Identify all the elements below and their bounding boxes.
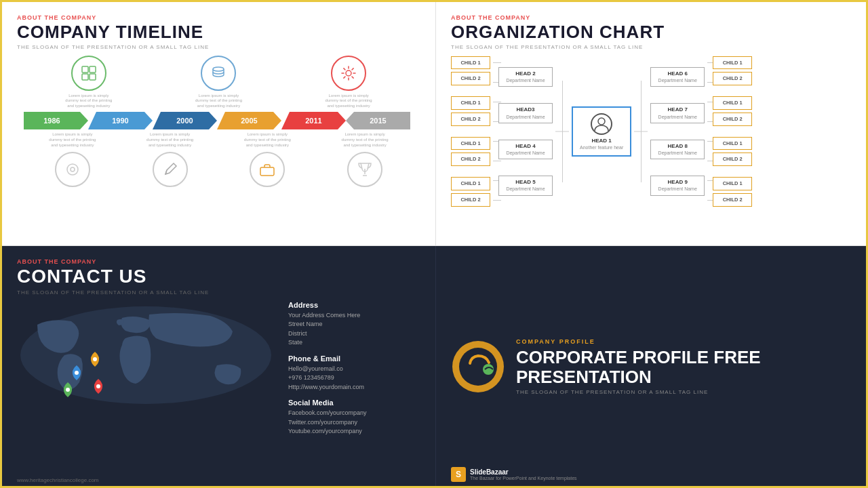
org-rchild-3-1: CHILD 1 [713, 137, 752, 150]
org-rchild-2-2: CHILD 2 [713, 113, 752, 126]
contact-title: CONTACT US [17, 266, 420, 287]
org-center: HEAD 1 Another feature hear [572, 106, 631, 157]
corp-title: CORPORATE PROFILE FREE PRESENTATION [516, 348, 801, 386]
org-head1-name: HEAD 1 [591, 138, 611, 144]
timeline-icon-bottom-2: Lorem ipsum is simply dummy text of the … [143, 132, 197, 190]
panel-org: ABOUT THE COMPANY ORGANIZATION CHART THE… [436, 2, 868, 246]
year-1990: 1990 [88, 112, 153, 129]
svg-point-18 [96, 384, 100, 388]
org-title: ORGANIZATION CHART [451, 22, 855, 42]
social-lines: Facebook.com/yourcompanyTwitter.com/your… [288, 409, 420, 436]
timeline-icons-top: Lorem ipsum is simply dummy text of the … [17, 56, 420, 109]
year-2015: 2015 [346, 112, 410, 129]
icon-circle-bottom-1 [55, 152, 90, 187]
org-rchild-1-2: CHILD 2 [713, 72, 752, 85]
timeline-tagline: THE SLOGAN OF THE PRESENTATION OR A SMAL… [17, 44, 420, 50]
icon-pencil [153, 152, 188, 187]
year-2000: 2000 [153, 112, 217, 129]
org-head-6: HEAD 6 Department Name [650, 67, 705, 87]
contact-address-section: Address Your Address Comes HereStreet Na… [288, 301, 420, 348]
org-child-2-1: CHILD 1 [451, 96, 490, 110]
org-head-5: HEAD 5 Department Name [498, 176, 553, 195]
corp-logo-icon [451, 340, 505, 394]
org-head-4: HEAD 4 Department Name [498, 140, 553, 159]
org-head-8: HEAD 8 Department Name [650, 140, 705, 159]
org-rchild-4-1: CHILD 1 [713, 177, 752, 190]
timeline-icon-2: Lorem ipsum is simply dummy text of the … [191, 56, 245, 109]
timeline-icon-bottom-1: Lorem ipsum is simply dummy text of the … [45, 132, 100, 190]
address-lines: Your Address Comes HereStreet NameDistri… [288, 311, 420, 348]
org-head1-desc: Another feature hear [580, 145, 623, 150]
timeline-icons-bottom: Lorem ipsum is simply dummy text of the … [17, 132, 420, 190]
svg-point-9 [598, 118, 605, 125]
slidebazaar-name: SlideBazaar [470, 468, 577, 476]
org-child-4-2: CHILD 2 [451, 193, 490, 207]
svg-point-12 [75, 371, 79, 375]
org-about: ABOUT THE COMPANY [451, 14, 855, 21]
org-child-2-2: CHILD 2 [451, 113, 490, 126]
svg-point-16 [66, 388, 70, 392]
org-head-9: HEAD 9 Department Name [650, 176, 705, 195]
org-rchild-2-1: CHILD 1 [713, 96, 752, 110]
slidebazaar-logo: S [451, 467, 466, 482]
org-rchild-1-1: CHILD 1 [713, 56, 752, 70]
org-child-4-1: CHILD 1 [451, 177, 490, 190]
svg-point-7 [71, 167, 75, 171]
timeline-icon-bottom-4: Lorem ipsum is simply dummy text of the … [338, 132, 392, 190]
corp-tagline: THE SLOGAN OF THE PRESENTATION OR A SMAL… [516, 389, 801, 395]
org-child-1-1: CHILD 1 [451, 56, 490, 70]
org-left-heads-col: HEAD 2 Department Name HEAD3 Department … [498, 67, 553, 196]
contact-phone-section: Phone & Email Hello@youremail.co+976 123… [288, 354, 420, 392]
website-footer: www.heritagechristiancollege.com [17, 477, 99, 483]
svg-rect-8 [260, 167, 274, 176]
timeline-bar: 1986 1990 2000 2005 2011 2015 [24, 112, 414, 129]
svg-rect-2 [82, 74, 88, 80]
org-chart-area: CHILD 1 CHILD 2 CHILD 1 CHILD 2 CHILD 1 … [451, 56, 855, 207]
panel-corp: COMPANY PROFILE CORPORATE PROFILE FREE P… [436, 246, 868, 488]
icon-desc-1: Lorem ipsum is simply dummy text of the … [62, 94, 116, 109]
panel-timeline: ABOUT THE COMPANY COMPANY TIMELINE THE S… [2, 2, 436, 246]
panel-contact: ABOUT THE COMPANY CONTACT US THE SLOGAN … [2, 246, 436, 488]
slidebazaar-footer: S SlideBazaar The Bazaar for PowerPoint … [451, 467, 577, 482]
org-head-3: HEAD3 Department Name [498, 103, 553, 123]
icon-bottom-desc-4: Lorem ipsum is simply dummy text of the … [338, 132, 392, 148]
social-title: Social Media [288, 399, 420, 407]
contact-content: Address Your Address Comes HereStreet Na… [17, 301, 420, 443]
slidebazaar-sub: The Bazaar for PowerPoint and Keynote te… [470, 476, 577, 481]
contact-tagline: THE SLOGAN OF THE PRESENTATION OR A SMAL… [17, 289, 420, 296]
org-child-1-2: CHILD 2 [451, 72, 490, 85]
contact-social-section: Social Media Facebook.com/yourcompanyTwi… [288, 399, 420, 436]
timeline-icon-bottom-3: Lorem ipsum is simply dummy text of the … [240, 132, 294, 190]
icon-briefcase [250, 152, 285, 187]
year-1986: 1986 [24, 112, 88, 129]
phone-lines: Hello@youremail.co+976 123456789Http://w… [288, 365, 420, 392]
svg-rect-1 [90, 66, 96, 73]
org-child-3-2: CHILD 2 [451, 152, 490, 166]
org-rchild-3-2: CHILD 2 [713, 152, 752, 166]
org-left-children-col: CHILD 1 CHILD 2 CHILD 1 CHILD 2 CHILD 1 … [451, 56, 490, 207]
svg-rect-3 [90, 74, 96, 80]
svg-point-14 [93, 357, 97, 361]
timeline-icon-3: Lorem ipsum is simply dummy text of the … [321, 56, 376, 109]
corp-brand: COMPANY PROFILE CORPORATE PROFILE FREE P… [516, 338, 801, 395]
phone-title: Phone & Email [288, 354, 420, 363]
icon-desc-2: Lorem ipsum is simply dummy text of the … [191, 94, 245, 109]
icon-cubes [71, 56, 106, 91]
slidebazaar-text: SlideBazaar The Bazaar for PowerPoint an… [470, 468, 577, 481]
icon-trophy [347, 152, 382, 187]
org-tagline: THE SLOGAN OF THE PRESENTATION OR A SMAL… [451, 44, 855, 50]
corp-profile-label: COMPANY PROFILE [516, 338, 801, 345]
world-map [17, 301, 275, 409]
contact-info: Address Your Address Comes HereStreet Na… [288, 301, 420, 443]
year-2011: 2011 [281, 112, 346, 129]
icon-bottom-desc-2: Lorem ipsum is simply dummy text of the … [143, 132, 197, 148]
org-child-3-1: CHILD 1 [451, 137, 490, 150]
timeline-icon-1: Lorem ipsum is simply dummy text of the … [62, 56, 116, 109]
org-right-heads-col: HEAD 6 Department Name HEAD 7 Department… [650, 67, 705, 196]
org-rchild-4-2: CHILD 2 [713, 193, 752, 207]
contact-about: ABOUT THE COMPANY [17, 258, 420, 265]
svg-point-5 [346, 70, 351, 76]
address-title: Address [288, 301, 420, 309]
org-head-2: HEAD 2 Department Name [498, 67, 553, 87]
icon-desc-3: Lorem ipsum is simply dummy text of the … [321, 94, 376, 109]
